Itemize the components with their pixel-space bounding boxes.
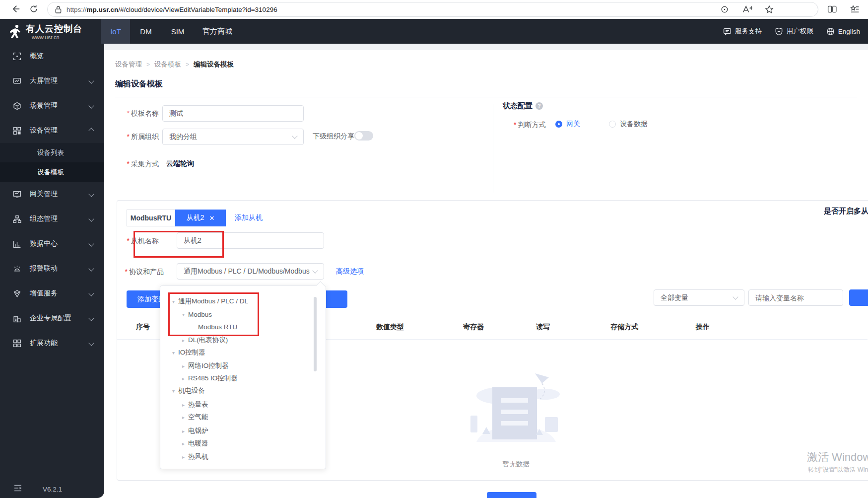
app-title: 有人云控制台 <box>26 23 82 35</box>
table-header-3: 寄存器 <box>463 323 484 332</box>
protocol-select[interactable]: 通用Modbus / PLC / DL/Modbus/Modbus RTU <box>177 263 324 280</box>
caret-right-icon[interactable]: ▸ <box>182 428 185 434</box>
collections-icon[interactable] <box>850 4 860 14</box>
refresh-icon[interactable] <box>29 4 39 14</box>
sidebar-subitem-设备模板[interactable]: 设备模板 <box>0 162 104 182</box>
url-bar[interactable]: https://mp.usr.cn/#/cloud/device/ViewEdi… <box>47 2 818 17</box>
sidebar-item-增值服务[interactable]: 增值服务 <box>0 281 104 306</box>
sidebar-item-label: 设备管理 <box>30 126 58 135</box>
tab-slave2-active[interactable]: 从机2 ✕ <box>175 210 226 226</box>
tab-modbusrtu[interactable]: ModbusRTU <box>127 210 175 226</box>
sidebar-item-场景管理[interactable]: 场景管理 <box>0 93 104 118</box>
radio-device-data[interactable]: 设备数据 <box>609 120 648 129</box>
site-location-icon[interactable] <box>720 4 730 14</box>
breadcrumb-separator-icon: > <box>186 61 189 68</box>
protocol-label: *协议和产品 <box>104 268 164 277</box>
search-button[interactable] <box>849 289 868 306</box>
favorite-star-icon[interactable] <box>764 4 774 14</box>
breadcrumb-device-mgmt[interactable]: 设备管理 <box>115 60 142 69</box>
chevron-down-icon <box>292 133 297 139</box>
tree-item-电暖器[interactable]: ▸电暖器 <box>182 437 208 450</box>
caret-right-icon[interactable]: ▸ <box>182 338 185 343</box>
slave-name-input[interactable] <box>177 232 324 249</box>
help-icon[interactable]: ? <box>535 102 543 110</box>
required-mark: * <box>127 109 130 117</box>
caret-right-icon[interactable]: ▸ <box>182 363 185 369</box>
template-name-label: *模板名称 <box>99 109 159 118</box>
template-name-input[interactable] <box>162 105 304 122</box>
caret-right-icon[interactable]: ▸ <box>182 454 185 460</box>
status-config-title: 状态配置? <box>503 101 543 111</box>
caret-down-icon[interactable]: ▾ <box>172 350 175 356</box>
save-button[interactable] <box>487 492 536 498</box>
sidebar-submenu: 设备列表设备模板 <box>0 143 104 182</box>
advanced-options-link[interactable]: 高级选项 <box>336 267 364 276</box>
judge-mode-label: *判断方式 <box>514 121 545 130</box>
tree-item-IO控制器[interactable]: ▾IO控制器 <box>172 346 205 359</box>
slave-name-label: *从机名称 <box>99 237 159 246</box>
radio-selected-icon <box>555 121 562 128</box>
form-vertical-divider <box>493 104 493 193</box>
collapse-sidebar-icon[interactable] <box>13 484 22 492</box>
caret-right-icon[interactable]: ▸ <box>182 376 185 381</box>
variable-search-input[interactable] <box>748 289 843 306</box>
usr-logo-icon[interactable] <box>7 23 23 39</box>
sidebar-item-数据中心[interactable]: 数据中心 <box>0 231 104 256</box>
tree-item-机电设备[interactable]: ▾机电设备 <box>172 384 205 397</box>
tree-item-label: 电锅炉 <box>188 427 208 435</box>
nav-tab-官方商城[interactable]: 官方商城 <box>194 19 241 44</box>
tree-item-RS485 IO控制器[interactable]: ▸RS485 IO控制器 <box>182 372 238 385</box>
navbar-item-服务支持[interactable]: 服务支持 <box>723 27 762 36</box>
dropdown-scrollbar[interactable] <box>314 297 317 371</box>
required-mark: * <box>514 121 516 129</box>
tree-item-Modbus[interactable]: ▾Modbus <box>182 308 212 321</box>
share-toggle[interactable] <box>354 131 373 141</box>
nav-tab-dm[interactable]: DM <box>130 19 162 44</box>
caret-right-icon[interactable]: ▸ <box>182 402 185 408</box>
vas-icon <box>13 289 21 298</box>
org-select[interactable]: 我的分组 <box>162 129 304 145</box>
tree-item-DL(电表协议)[interactable]: ▸DL(电表协议) <box>182 334 228 347</box>
tree-item-通用Modbus / PLC / DL[interactable]: ▾通用Modbus / PLC / DL <box>172 295 248 308</box>
tree-item-热风机[interactable]: ▸热风机 <box>182 450 208 463</box>
sidebar-item-报警联动[interactable]: 报警联动 <box>0 256 104 281</box>
tree-item-电锅炉[interactable]: ▸电锅炉 <box>182 425 208 437</box>
sidebar-item-组态管理[interactable]: 组态管理 <box>0 207 104 231</box>
nav-tab-iot[interactable]: IoT <box>101 19 130 44</box>
browser-toolbar: https://mp.usr.cn/#/cloud/device/ViewEdi… <box>0 0 868 19</box>
variable-filter-select[interactable]: 全部变量 <box>654 289 744 306</box>
tree-item-热量表[interactable]: ▸热量表 <box>182 398 208 411</box>
sidebar-item-扩展功能[interactable]: 扩展功能 <box>0 331 104 356</box>
datacenter-icon <box>13 240 21 248</box>
caret-right-icon[interactable]: ▸ <box>182 441 185 446</box>
sidebar-item-网关管理[interactable]: 网关管理 <box>0 182 104 207</box>
chevron-down-icon <box>88 241 94 246</box>
chevron-down-icon <box>88 290 94 296</box>
sidebar-subitem-设备列表[interactable]: 设备列表 <box>0 143 104 162</box>
sidebar-item-企业专属配置[interactable]: 企业专属配置 <box>0 306 104 331</box>
sidebar-item-大屏管理[interactable]: 大屏管理 <box>0 69 104 93</box>
radio-gateway[interactable]: 网关 <box>555 120 580 129</box>
navbar-item-English[interactable]: English <box>826 27 860 36</box>
caret-right-icon[interactable]: ▸ <box>182 415 185 420</box>
close-icon[interactable]: ✕ <box>209 214 214 222</box>
split-screen-icon[interactable] <box>827 4 837 14</box>
back-icon[interactable] <box>10 3 21 14</box>
add-slave-link[interactable]: 添加从机 <box>235 213 263 222</box>
caret-down-icon[interactable]: ▾ <box>172 299 175 304</box>
table-header-1: 序号 <box>136 323 150 332</box>
lock-icon[interactable] <box>55 5 62 14</box>
sidebar-item-设备管理[interactable]: 设备管理 <box>0 118 104 143</box>
caret-down-icon[interactable]: ▾ <box>172 388 175 394</box>
tree-item-网络IO控制器[interactable]: ▸网络IO控制器 <box>182 359 229 372</box>
breadcrumb-device-template[interactable]: 设备模板 <box>154 60 181 69</box>
caret-down-icon[interactable]: ▾ <box>182 312 185 317</box>
sidebar-item-概览[interactable]: 概览 <box>0 44 104 69</box>
screen: https://mp.usr.cn/#/cloud/device/ViewEdi… <box>0 0 868 498</box>
read-aloud-icon[interactable] <box>741 4 752 14</box>
navbar-item-用户权限[interactable]: 用户权限 <box>775 27 813 36</box>
scada-icon <box>13 215 21 223</box>
tree-item-空气能[interactable]: ▸空气能 <box>182 411 208 424</box>
tree-item-Modbus RTU[interactable]: Modbus RTU <box>198 320 237 333</box>
nav-tab-sim[interactable]: SIM <box>162 19 194 44</box>
